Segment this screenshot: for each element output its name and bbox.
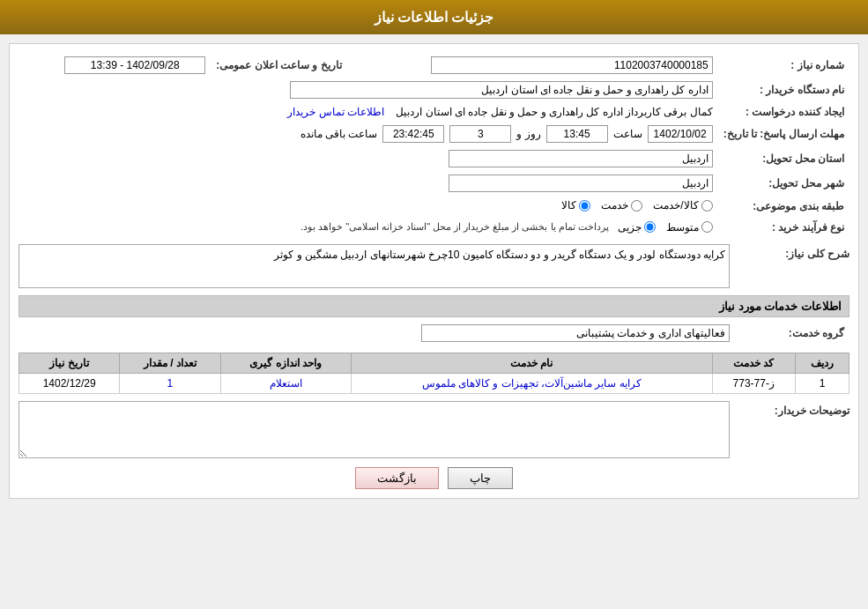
process-radio-medium[interactable]	[701, 221, 713, 233]
process-option-partial: جزیی	[618, 221, 656, 234]
service-group-table: گروه خدمت: فعالیتهای اداری و خدمات پشتیب…	[19, 321, 849, 345]
service-group-label: گروه خدمت:	[735, 321, 849, 345]
delivery-province-label: استان محل تحویل:	[718, 146, 849, 171]
need-description-row: شرح کلی نیاز: کرایه دودستگاه لودر و یک د…	[19, 244, 849, 288]
row-date: 1402/12/29	[19, 373, 120, 393]
delivery-city-label: شهر محل تحویل:	[718, 171, 849, 196]
process-radio-group: متوسط جزیی	[618, 221, 713, 234]
buyer-org-display: اداره کل راهداری و حمل و نقل جاده ای است…	[290, 81, 713, 99]
category-label-kala: کالا	[561, 199, 576, 212]
category-radio-kala[interactable]	[579, 200, 590, 212]
announce-time-value: 1402/09/28 - 13:39	[19, 53, 211, 78]
delivery-city-display: اردبیل	[449, 175, 713, 192]
days-display: 3	[449, 125, 511, 143]
announce-time-label: تاریخ و ساعت اعلان عمومی:	[211, 53, 346, 78]
service-group-value: فعالیتهای اداری و خدمات پشتیبانی	[19, 321, 735, 345]
need-desc-value: کرایه دودستگاه لودر و یک دستگاه گریدر و …	[274, 249, 725, 261]
col-row: ردیف	[796, 353, 849, 373]
process-label-partial: جزیی	[618, 221, 642, 234]
service-group-display: فعالیتهای اداری و خدمات پشتیبانی	[421, 324, 730, 342]
page-title: جزئیات اطلاعات نیاز	[375, 10, 494, 25]
category-option-1: کالا	[561, 199, 590, 212]
process-row: متوسط جزیی پرداخت تمام یا بخشی از مبلغ خ…	[24, 221, 713, 234]
need-number-display: 1102003740000185	[431, 56, 713, 74]
need-number-value: 1102003740000185	[347, 53, 718, 78]
category-option-3: کالا/خدمت	[653, 199, 712, 212]
col-count: تعداد / مقدار	[120, 353, 220, 373]
row-count: 1	[120, 373, 220, 393]
col-code: کد خدمت	[712, 353, 795, 373]
category-radio-kala-khedmat[interactable]	[701, 200, 713, 212]
days-label: روز و	[516, 128, 540, 140]
col-name: نام خدمت	[351, 353, 712, 373]
process-type-label: نوع فرآیند خرید :	[718, 218, 849, 237]
buyer-notes-label: توضیحات خریدار:	[735, 401, 849, 417]
col-unit: واحد اندازه گیری	[220, 353, 351, 373]
remaining-label: ساعت باقی مانده	[300, 128, 378, 140]
buyer-org-label: نام دستگاه خریدار :	[718, 78, 849, 102]
process-label-medium: متوسط	[666, 221, 699, 234]
category-label-kala-khedmat: کالا/خدمت	[653, 199, 698, 212]
category-radio-group: کالا/خدمت خدمت کالا	[561, 199, 712, 212]
remaining-time-display: 23:42:45	[382, 125, 444, 143]
print-button[interactable]: چاپ	[448, 467, 513, 489]
row-unit: استعلام	[220, 373, 351, 393]
need-desc-box: کرایه دودستگاه لودر و یک دستگاه گریدر و …	[19, 244, 730, 288]
process-note: پرداخت تمام یا بخشی از مبلغ خریدار از مح…	[300, 221, 609, 233]
announce-time-display: 1402/09/28 - 13:39	[64, 56, 205, 74]
response-deadline-label: مهلت ارسال پاسخ: تا تاریخ:	[718, 122, 849, 146]
remaining-time-row: 1402/10/02 ساعت 13:45 روز و 3 23:42:45 س…	[300, 125, 713, 143]
category-label: طبقه بندی موضوعی:	[718, 196, 849, 218]
creator-label: ایجاد کننده درخواست :	[718, 102, 849, 122]
time-label: ساعت	[613, 128, 642, 140]
date-display: 1402/10/02	[648, 125, 713, 143]
need-desc-label: شرح کلی نیاز:	[735, 244, 849, 260]
back-button[interactable]: بازگشت	[355, 467, 439, 489]
delivery-province-display: اردبیل	[449, 150, 713, 167]
row-number: 1	[796, 373, 849, 393]
row-service-name: کرایه سایر ماشین‌آلات، تجهیزات و کالاهای…	[351, 373, 712, 393]
buyer-notes-textarea[interactable]	[19, 401, 730, 458]
process-option-medium: متوسط	[666, 221, 713, 234]
need-number-label: شماره نیاز :	[718, 53, 849, 78]
col-date: تاریخ نیاز	[19, 353, 120, 373]
content-area: شماره نیاز : 1102003740000185 تاریخ و سا…	[9, 43, 859, 499]
contact-link[interactable]: اطلاعات تماس خریدار	[287, 106, 384, 118]
button-row: چاپ بازگشت	[19, 467, 849, 489]
category-radio-khedmat[interactable]	[631, 200, 642, 212]
row-code: ز-77-773	[712, 373, 795, 393]
main-info-table: شماره نیاز : 1102003740000185 تاریخ و سا…	[19, 53, 849, 237]
page-wrapper: جزئیات اطلاعات نیاز شماره نیاز : 1102003…	[0, 0, 868, 609]
category-option-2: خدمت	[601, 199, 642, 212]
category-label-khedmat: خدمت	[601, 199, 628, 212]
services-section-title: اطلاعات خدمات مورد نیاز	[19, 295, 849, 317]
table-row: 1 ز-77-773 کرایه سایر ماشین‌آلات، تجهیزا…	[19, 373, 849, 393]
time-display: 13:45	[546, 125, 608, 143]
services-table: ردیف کد خدمت نام خدمت واحد اندازه گیری ت…	[19, 353, 849, 394]
buyer-notes-row: توضیحات خریدار:	[19, 401, 849, 458]
page-header: جزئیات اطلاعات نیاز	[0, 0, 868, 34]
process-radio-partial[interactable]	[644, 221, 656, 233]
creator-value: کمال برقی کاربرداز اداره کل راهداری و حم…	[396, 106, 712, 118]
